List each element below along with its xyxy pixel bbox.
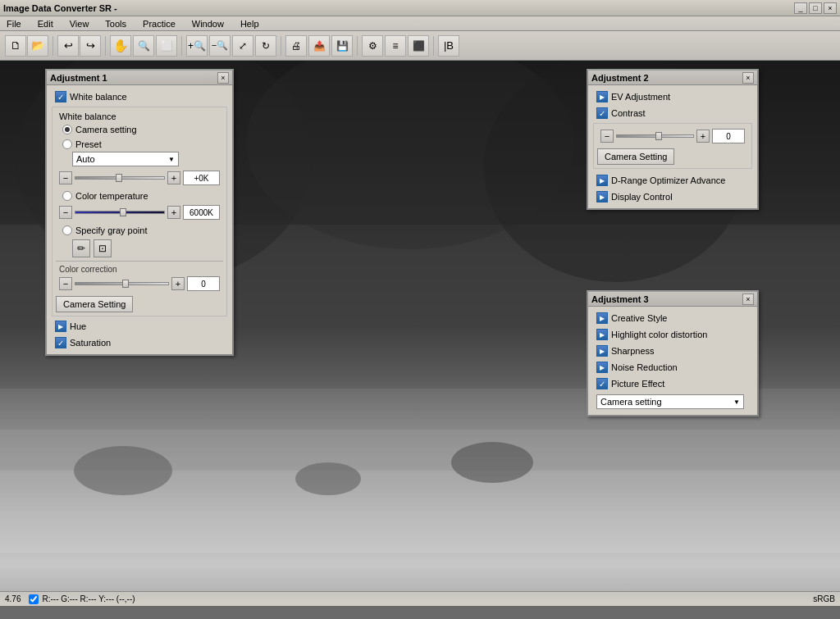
zoom-out-button[interactable]: −🔍 [209, 35, 231, 57]
radio-color-temp[interactable]: Color temperature [56, 189, 223, 203]
color-correction-track[interactable] [75, 282, 169, 285]
display-control-expand-button[interactable]: ▶ [596, 191, 608, 203]
window-controls[interactable]: _ □ × [794, 2, 837, 14]
hand-tool-button[interactable]: ✋ [110, 35, 131, 57]
wb-slider-thumb[interactable] [116, 174, 122, 182]
picture-effect-section[interactable]: ✓ Picture Effect [593, 375, 752, 392]
contrast-track[interactable] [616, 134, 694, 138]
menu-help[interactable]: Help [237, 19, 262, 29]
redo-button[interactable]: ↪ [80, 35, 101, 57]
contrast-minus[interactable]: − [600, 130, 614, 143]
wb-slider-plus[interactable]: + [167, 171, 180, 184]
open-button[interactable]: 📂 [27, 35, 48, 57]
menu-file[interactable]: File [3, 19, 25, 29]
creative-style-section[interactable]: ▶ Creative Style [593, 310, 752, 326]
compare-button[interactable]: ⬛ [408, 35, 429, 57]
contrast-section[interactable]: ✓ Contrast [593, 105, 752, 121]
highlight-section[interactable]: ▶ Highlight color distortion [593, 326, 752, 343]
color-correction-value[interactable] [187, 276, 220, 291]
actual-size-button[interactable]: ⬜ [156, 35, 177, 57]
undo-button[interactable]: ↩ [57, 35, 79, 57]
radio-preset[interactable]: Preset [56, 137, 223, 152]
color-temp-slider-plus[interactable]: + [167, 206, 180, 219]
zoom-fit-button[interactable]: 🔍 [133, 35, 154, 57]
contrast-camera-setting-button[interactable]: Camera Setting [597, 148, 674, 165]
hue-expand-button[interactable]: ▶ [55, 321, 66, 332]
noise-reduction-label: Noise Reduction [611, 362, 678, 372]
drange-expand-button[interactable]: ▶ [596, 175, 608, 186]
toolbar-separator-2 [105, 36, 106, 56]
ev-adjustment-section[interactable]: ▶ EV Adjustment [593, 89, 752, 105]
sep1 [56, 261, 223, 262]
maximize-button[interactable]: □ [809, 2, 822, 14]
contrast-check[interactable]: ✓ [596, 107, 608, 119]
menu-view[interactable]: View [66, 19, 93, 29]
status-checkbox[interactable] [29, 594, 39, 604]
wb-slider-track[interactable] [75, 176, 165, 180]
menu-practice[interactable]: Practice [139, 19, 179, 29]
radio-camera-setting-indicator [62, 125, 72, 134]
minimize-button[interactable]: _ [794, 2, 807, 14]
saturation-section[interactable]: ✓ Saturation [52, 335, 227, 351]
noise-reduction-section[interactable]: ▶ Noise Reduction [593, 359, 752, 375]
highlight-expand[interactable]: ▶ [596, 329, 608, 340]
highlight-label: Highlight color distortion [611, 330, 707, 339]
hue-section[interactable]: ▶ Hue [52, 318, 227, 335]
wb-slider-value[interactable] [183, 171, 220, 185]
radio-camera-setting[interactable]: Camera setting [56, 122, 223, 137]
color-temp-slider-thumb[interactable] [120, 208, 126, 216]
panel3-header[interactable]: Adjustment 3 × [588, 292, 757, 307]
settings-button[interactable]: ⚙ [362, 35, 383, 57]
panel3-close-button[interactable]: × [742, 294, 754, 305]
svg-point-7 [74, 446, 172, 495]
contrast-plus[interactable]: + [696, 130, 710, 143]
panel1-close-button[interactable]: × [217, 72, 229, 84]
radio-gray-point[interactable]: Specify gray point [56, 223, 223, 238]
color-temp-slider-row: − + [56, 203, 223, 221]
eyedropper-button[interactable]: ✏ [72, 239, 90, 257]
color-temp-slider-track[interactable] [75, 211, 165, 214]
menu-edit[interactable]: Edit [34, 19, 57, 29]
rotate-button[interactable]: ↻ [255, 35, 276, 57]
close-button[interactable]: × [824, 2, 837, 14]
ev-expand-button[interactable]: ▶ [596, 91, 608, 102]
picture-effect-dropdown-value: Camera setting [600, 397, 662, 407]
color-temp-slider-minus[interactable]: − [59, 206, 72, 219]
sharpness-section[interactable]: ▶ Sharpness [593, 343, 752, 359]
panel2-close-button[interactable]: × [742, 72, 754, 84]
batch-button[interactable]: ≡ [385, 35, 406, 57]
picture-effect-dropdown[interactable]: Camera setting ▼ [596, 394, 744, 409]
contrast-value[interactable] [712, 129, 745, 143]
color-temp-value[interactable] [183, 205, 220, 220]
print-button[interactable]: 🖨 [285, 35, 307, 57]
display-control-section[interactable]: ▶ Display Control [593, 189, 752, 205]
creative-style-expand[interactable]: ▶ [596, 312, 608, 324]
contrast-thumb[interactable] [655, 132, 662, 140]
zoom-in-button[interactable]: +🔍 [186, 35, 208, 57]
export1-button[interactable]: 📤 [308, 35, 330, 57]
panel2-header[interactable]: Adjustment 2 × [588, 71, 757, 85]
sharpness-expand[interactable]: ▶ [596, 345, 608, 357]
panel1-header[interactable]: Adjustment 1 × [47, 71, 232, 85]
selection-button[interactable]: ⊡ [94, 239, 112, 257]
drange-section[interactable]: ▶ D-Range Optimizer Advance [593, 172, 752, 189]
info-button[interactable]: |B [438, 35, 459, 57]
new-button[interactable]: 🗋 [5, 35, 26, 57]
menu-tools[interactable]: Tools [102, 19, 130, 29]
menu-window[interactable]: Window [189, 19, 227, 29]
crop-button[interactable]: ⤢ [232, 35, 253, 57]
saturation-check[interactable]: ✓ [55, 337, 66, 348]
camera-setting-button-1[interactable]: Camera Setting [56, 296, 133, 312]
export2-button[interactable]: 💾 [331, 35, 353, 57]
noise-reduction-expand[interactable]: ▶ [596, 362, 608, 373]
white-balance-check[interactable]: ✓ [55, 91, 66, 102]
white-balance-section-header[interactable]: ✓ White balance [52, 89, 227, 105]
color-correction-plus[interactable]: + [171, 277, 185, 290]
color-correction-minus[interactable]: − [59, 277, 72, 290]
status-channel-info: R:--- G:--- R:--- Y:--- (--,--)​ [29, 594, 135, 604]
wb-slider-minus[interactable]: − [59, 171, 72, 184]
preset-dropdown-value: Auto [76, 154, 95, 164]
preset-dropdown[interactable]: Auto ▼ [72, 152, 179, 166]
picture-effect-check[interactable]: ✓ [596, 378, 608, 389]
color-correction-thumb[interactable] [122, 280, 129, 288]
